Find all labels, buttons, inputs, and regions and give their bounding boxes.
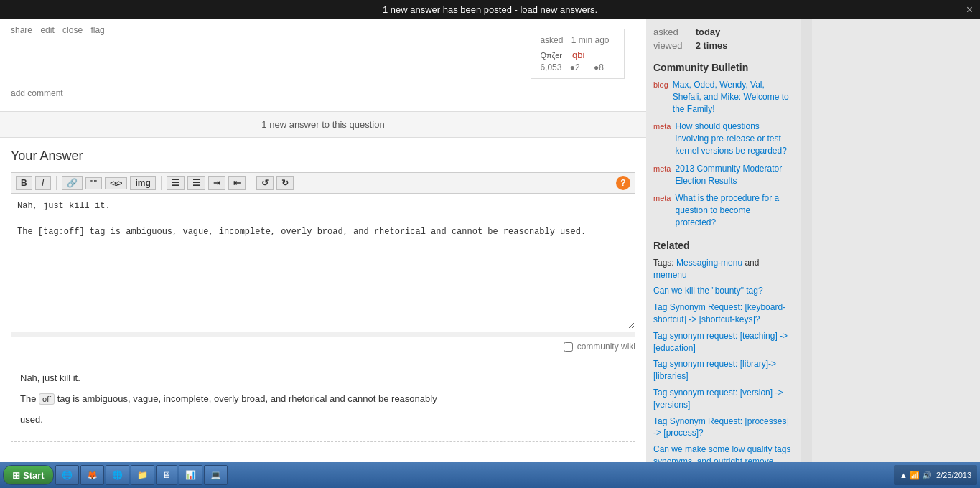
editor-toolbar: B I 🔗 "" <s> img ☰ ☰ ⇥ ⇤ ↺ ↻ ? — [11, 172, 635, 193]
taskbar-right: ▲ 📶 🔊 2/25/2013 — [894, 465, 977, 485]
bulletin-item-3: meta What is the procedure for a questio… — [653, 192, 793, 228]
notification-bar: 1 new answer has been posted - load new … — [0, 0, 980, 19]
bulletin-tag-3: meta — [653, 192, 671, 228]
bulletin-link-0[interactable]: Max, Oded, Wendy, Val, Shefali, and Mike… — [673, 79, 793, 115]
undo-button[interactable]: ↺ — [256, 176, 274, 190]
bulletin-tag-2: meta — [653, 163, 671, 187]
related-link-0[interactable]: Can we kill the "bounty" tag? — [653, 286, 763, 296]
your-answer-title: Your Answer — [11, 149, 635, 164]
edit-link[interactable]: edit — [40, 25, 54, 35]
community-bulletin: Community Bulletin blog Max, Oded, Wendy… — [653, 62, 793, 229]
bulletin-tag-1: meta — [653, 121, 671, 156]
bulletin-item-1: meta How should questions involving pre-… — [653, 121, 793, 156]
community-wiki-label[interactable]: community wiki — [577, 342, 635, 352]
taskbar-btn-1[interactable]: 🌐 — [55, 465, 79, 485]
your-answer-section: Your Answer B I 🔗 "" <s> img ☰ ☰ ⇥ ⇤ ↺ ↻… — [0, 138, 646, 453]
related-link-1[interactable]: Tag Synonym Request: [keyboard-shortcut]… — [653, 302, 785, 324]
asked-stat: asked today — [653, 27, 793, 37]
username[interactable]: qbi — [572, 50, 584, 60]
user-avatar: Qπζer — [540, 51, 562, 60]
related-item-5: Tag Synonym Request: [processes] -> [pro… — [653, 416, 793, 440]
related-link-3[interactable]: Tag synonym request: [library]-> [librar… — [653, 359, 776, 381]
related-section: Related Tags: Messaging-menu and memenu … — [653, 240, 793, 488]
add-comment-link[interactable]: add comment — [11, 88, 63, 98]
related-item-2: Tag synonym request: [teaching] -> [educ… — [653, 330, 793, 355]
preview-area: Nah, just kill it. The off tag is ambigu… — [11, 362, 635, 442]
tag-messaging-menu[interactable]: Messaging-menu — [676, 258, 742, 268]
outdent-button[interactable]: ⇤ — [228, 176, 246, 190]
question-meta-box: asked 1 min ago Qπζer qbi 6,053 ●2 ●8 — [531, 29, 625, 79]
community-bulletin-title: Community Bulletin — [653, 62, 793, 73]
start-label: Start — [23, 470, 45, 481]
close-link[interactable]: close — [62, 25, 83, 35]
taskbar-icon-7: 💻 — [210, 470, 221, 480]
bulletin-link-1[interactable]: How should questions involving pre-relea… — [675, 121, 793, 156]
taskbar-btn-6[interactable]: 📊 — [179, 465, 202, 485]
user-reputation: 6,053 ●2 ●8 — [540, 62, 615, 72]
related-tags-row: Tags: Messaging-menu and memenu — [653, 257, 793, 281]
start-button[interactable]: ⊞ Start — [3, 465, 54, 485]
close-notification-button[interactable]: × — [966, 4, 973, 17]
taskbar-icon-4: 📁 — [137, 470, 148, 480]
related-item-1: Tag Synonym Request: [keyboard-shortcut]… — [653, 301, 793, 326]
preview-line3: used. — [20, 413, 626, 428]
related-link-2[interactable]: Tag synonym request: [teaching] -> [educ… — [653, 331, 788, 353]
preview-line1: Nah, just kill it. — [20, 371, 626, 386]
asked-time-value: 1 min ago — [571, 35, 610, 45]
sys-tray: ▲ 📶 🔊 2/25/2013 — [894, 465, 977, 485]
resize-handle[interactable] — [11, 332, 635, 337]
bulletin-tag-0: blog — [653, 79, 668, 115]
related-tags-label: Tags: — [653, 258, 674, 268]
stats-box: asked today viewed 2 times — [653, 27, 793, 51]
taskbar-btn-2[interactable]: 🦊 — [80, 465, 104, 485]
flag-link[interactable]: flag — [90, 25, 104, 35]
scrollbar[interactable] — [801, 19, 812, 488]
taskbar-btn-3[interactable]: 🌐 — [106, 465, 129, 485]
reputation-value: 6,053 — [540, 62, 561, 72]
related-item-3: Tag synonym request: [library]-> [librar… — [653, 358, 793, 383]
editor-textarea[interactable]: Nah, just kill it. The [tag:off] tag is … — [11, 193, 635, 329]
taskbar-icon-5: 🖥 — [162, 470, 171, 480]
taskbar-btn-7[interactable]: 💻 — [204, 465, 228, 485]
bronze-badge: ●8 — [594, 62, 610, 72]
load-new-answers-link[interactable]: load new answers. — [520, 4, 597, 15]
share-link[interactable]: share — [11, 25, 32, 35]
viewed-stat: viewed 2 times — [653, 40, 793, 51]
related-link-5[interactable]: Tag Synonym Request: [processes] -> [pro… — [653, 416, 789, 438]
related-item-4: Tag synonym request: [version] -> [versi… — [653, 387, 793, 411]
taskbar-btn-4[interactable]: 📁 — [131, 465, 154, 485]
help-button[interactable]: ? — [616, 176, 630, 190]
sys-tray-icons: ▲ 📶 🔊 — [900, 471, 932, 480]
code-button[interactable]: <s> — [105, 177, 127, 189]
add-comment-row: add comment — [0, 83, 646, 104]
taskbar-btn-5[interactable]: 🖥 — [156, 465, 177, 485]
user-info: Qπζer qbi — [540, 50, 615, 60]
silver-badge: ●2 — [570, 62, 586, 72]
indent-button[interactable]: ⇥ — [208, 176, 225, 190]
ordered-list-button[interactable]: ☰ — [187, 176, 205, 190]
toolbar-separator-3 — [251, 176, 251, 190]
community-wiki-row: community wiki — [11, 337, 635, 356]
asked-time: asked 1 min ago — [540, 35, 615, 45]
unordered-list-button[interactable]: ☰ — [167, 176, 185, 190]
image-button[interactable]: img — [130, 176, 155, 190]
bulletin-link-2[interactable]: 2013 Community Moderator Election Result… — [675, 163, 793, 187]
start-icon: ⊞ — [12, 470, 20, 481]
toolbar-separator-2 — [161, 176, 162, 190]
bold-button[interactable]: B — [16, 176, 32, 190]
action-links: share edit close flag asked 1 min ago Qπ… — [0, 19, 646, 41]
tag-memenu[interactable]: memenu — [653, 270, 687, 280]
redo-button[interactable]: ↻ — [276, 176, 294, 190]
link-button[interactable]: 🔗 — [62, 176, 83, 190]
toolbar-separator-1 — [56, 176, 57, 190]
bulletin-link-3[interactable]: What is the procedure for a question to … — [675, 192, 793, 228]
blockquote-button[interactable]: "" — [85, 177, 102, 189]
taskbar-date: 2/25/2013 — [936, 471, 971, 479]
italic-button[interactable]: I — [35, 176, 51, 190]
tag-off: off — [39, 393, 55, 405]
related-link-4[interactable]: Tag synonym request: [version] -> [versi… — [653, 388, 783, 410]
community-wiki-checkbox[interactable] — [564, 342, 573, 352]
notification-text: 1 new answer has been posted - — [383, 4, 521, 15]
taskbar-icon-1: 🌐 — [62, 470, 73, 480]
content-area: share edit close flag asked 1 min ago Qπ… — [0, 19, 646, 488]
